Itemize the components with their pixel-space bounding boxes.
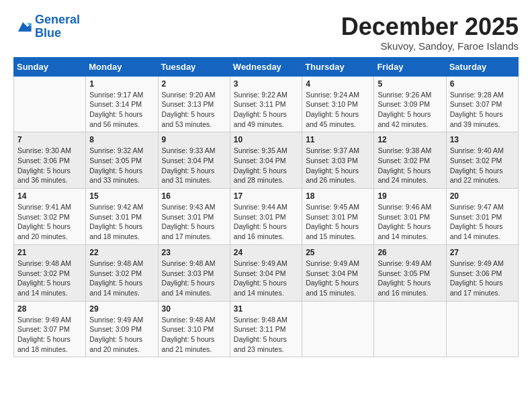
- day-info: Sunrise: 9:37 AMSunset: 3:03 PMDaylight:…: [306, 146, 370, 185]
- day-info: Sunrise: 9:35 AMSunset: 3:04 PMDaylight:…: [234, 146, 298, 185]
- logo: General Blue: [13, 13, 80, 40]
- day-number: 29: [89, 304, 154, 314]
- day-info: Sunrise: 9:49 AMSunset: 3:04 PMDaylight:…: [234, 259, 298, 298]
- calendar-cell: 5Sunrise: 9:26 AMSunset: 3:09 PMDaylight…: [374, 76, 446, 132]
- month-title: December 2025: [341, 13, 519, 40]
- day-info: Sunrise: 9:30 AMSunset: 3:06 PMDaylight:…: [17, 146, 82, 185]
- day-info: Sunrise: 9:49 AMSunset: 3:09 PMDaylight:…: [89, 315, 154, 355]
- day-info: Sunrise: 9:48 AMSunset: 3:02 PMDaylight:…: [17, 259, 82, 298]
- day-number: 21: [17, 248, 82, 257]
- day-number: 20: [450, 191, 515, 201]
- day-number: 31: [234, 304, 298, 314]
- day-number: 17: [234, 191, 298, 201]
- calendar-week-row: 7Sunrise: 9:30 AMSunset: 3:06 PMDaylight…: [14, 132, 519, 189]
- day-info: Sunrise: 9:46 AMSunset: 3:01 PMDaylight:…: [378, 202, 442, 242]
- day-info: Sunrise: 9:42 AMSunset: 3:01 PMDaylight:…: [89, 202, 154, 242]
- day-info: Sunrise: 9:17 AMSunset: 3:14 PMDaylight:…: [89, 90, 154, 130]
- day-info: Sunrise: 9:41 AMSunset: 3:02 PMDaylight:…: [17, 202, 82, 242]
- calendar-cell: 10Sunrise: 9:35 AMSunset: 3:04 PMDayligh…: [230, 132, 302, 189]
- calendar-table: SundayMondayTuesdayWednesdayThursdayFrid…: [13, 57, 519, 358]
- calendar-body: 1Sunrise: 9:17 AMSunset: 3:14 PMDaylight…: [14, 76, 519, 357]
- calendar-cell: 13Sunrise: 9:40 AMSunset: 3:02 PMDayligh…: [446, 132, 518, 189]
- day-info: Sunrise: 9:45 AMSunset: 3:01 PMDaylight:…: [306, 202, 370, 242]
- logo-line2: Blue: [35, 26, 61, 40]
- day-info: Sunrise: 9:48 AMSunset: 3:03 PMDaylight:…: [162, 259, 226, 298]
- calendar-cell: 22Sunrise: 9:48 AMSunset: 3:02 PMDayligh…: [86, 244, 158, 301]
- calendar-cell: 6Sunrise: 9:28 AMSunset: 3:07 PMDaylight…: [446, 76, 518, 132]
- day-number: 7: [17, 135, 82, 144]
- day-info: Sunrise: 9:38 AMSunset: 3:02 PMDaylight:…: [378, 146, 442, 185]
- weekday-header: Wednesday: [230, 57, 302, 76]
- day-number: 10: [234, 135, 298, 144]
- calendar-week-row: 28Sunrise: 9:49 AMSunset: 3:07 PMDayligh…: [14, 301, 519, 357]
- weekday-header: Tuesday: [158, 57, 230, 76]
- calendar-cell: 12Sunrise: 9:38 AMSunset: 3:02 PMDayligh…: [374, 132, 446, 189]
- calendar-cell: 24Sunrise: 9:49 AMSunset: 3:04 PMDayligh…: [230, 244, 302, 301]
- day-number: 2: [162, 79, 226, 89]
- day-number: 16: [162, 191, 226, 201]
- day-number: 4: [306, 79, 370, 89]
- calendar-cell: 19Sunrise: 9:46 AMSunset: 3:01 PMDayligh…: [374, 189, 446, 245]
- calendar-cell: 30Sunrise: 9:48 AMSunset: 3:10 PMDayligh…: [158, 301, 230, 357]
- day-info: Sunrise: 9:48 AMSunset: 3:02 PMDaylight:…: [89, 259, 154, 298]
- logo-line1: General: [35, 13, 80, 26]
- calendar-cell: 25Sunrise: 9:49 AMSunset: 3:04 PMDayligh…: [302, 244, 374, 301]
- calendar-cell: 2Sunrise: 9:20 AMSunset: 3:13 PMDaylight…: [158, 76, 230, 132]
- page-header: General Blue December 2025 Skuvoy, Sando…: [13, 13, 519, 52]
- calendar-cell: 7Sunrise: 9:30 AMSunset: 3:06 PMDaylight…: [14, 132, 86, 189]
- day-number: 19: [378, 191, 442, 201]
- weekday-header: Saturday: [446, 57, 518, 76]
- day-info: Sunrise: 9:26 AMSunset: 3:09 PMDaylight:…: [378, 90, 442, 130]
- weekday-header: Monday: [86, 57, 158, 76]
- day-number: 1: [89, 79, 154, 89]
- calendar-week-row: 14Sunrise: 9:41 AMSunset: 3:02 PMDayligh…: [14, 189, 519, 245]
- calendar-cell: 8Sunrise: 9:32 AMSunset: 3:05 PMDaylight…: [86, 132, 158, 189]
- day-number: 26: [378, 248, 442, 257]
- calendar-cell: 26Sunrise: 9:49 AMSunset: 3:05 PMDayligh…: [374, 244, 446, 301]
- day-info: Sunrise: 9:49 AMSunset: 3:07 PMDaylight:…: [17, 315, 82, 355]
- day-number: 12: [378, 135, 442, 144]
- day-number: 30: [162, 304, 226, 314]
- calendar-cell: 23Sunrise: 9:48 AMSunset: 3:03 PMDayligh…: [158, 244, 230, 301]
- calendar-cell: [374, 301, 446, 357]
- logo-icon: [13, 17, 32, 36]
- day-info: Sunrise: 9:40 AMSunset: 3:02 PMDaylight:…: [450, 146, 515, 185]
- calendar-cell: [446, 301, 518, 357]
- calendar-week-row: 1Sunrise: 9:17 AMSunset: 3:14 PMDaylight…: [14, 76, 519, 132]
- day-number: 5: [378, 79, 442, 89]
- calendar-cell: 27Sunrise: 9:49 AMSunset: 3:06 PMDayligh…: [446, 244, 518, 301]
- day-info: Sunrise: 9:24 AMSunset: 3:10 PMDaylight:…: [306, 90, 370, 130]
- calendar-cell: 16Sunrise: 9:43 AMSunset: 3:01 PMDayligh…: [158, 189, 230, 245]
- day-number: 3: [234, 79, 298, 89]
- day-info: Sunrise: 9:49 AMSunset: 3:05 PMDaylight:…: [378, 259, 442, 298]
- calendar-cell: 29Sunrise: 9:49 AMSunset: 3:09 PMDayligh…: [86, 301, 158, 357]
- calendar-cell: 14Sunrise: 9:41 AMSunset: 3:02 PMDayligh…: [14, 189, 86, 245]
- day-info: Sunrise: 9:49 AMSunset: 3:06 PMDaylight:…: [450, 259, 515, 298]
- calendar-cell: 20Sunrise: 9:47 AMSunset: 3:01 PMDayligh…: [446, 189, 518, 245]
- day-info: Sunrise: 9:47 AMSunset: 3:01 PMDaylight:…: [450, 202, 515, 242]
- day-number: 15: [89, 191, 154, 201]
- weekday-header: Friday: [374, 57, 446, 76]
- calendar-cell: 31Sunrise: 9:48 AMSunset: 3:11 PMDayligh…: [230, 301, 302, 357]
- day-number: 14: [17, 191, 82, 201]
- day-number: 23: [162, 248, 226, 257]
- calendar-cell: 3Sunrise: 9:22 AMSunset: 3:11 PMDaylight…: [230, 76, 302, 132]
- day-number: 9: [162, 135, 226, 144]
- day-number: 8: [89, 135, 154, 144]
- day-info: Sunrise: 9:22 AMSunset: 3:11 PMDaylight:…: [234, 90, 298, 130]
- calendar-cell: 17Sunrise: 9:44 AMSunset: 3:01 PMDayligh…: [230, 189, 302, 245]
- calendar-cell: [14, 76, 86, 132]
- day-number: 22: [89, 248, 154, 257]
- weekday-header: Sunday: [14, 57, 86, 76]
- day-info: Sunrise: 9:49 AMSunset: 3:04 PMDaylight:…: [306, 259, 370, 298]
- day-info: Sunrise: 9:33 AMSunset: 3:04 PMDaylight:…: [162, 146, 226, 185]
- calendar-week-row: 21Sunrise: 9:48 AMSunset: 3:02 PMDayligh…: [14, 244, 519, 301]
- title-section: December 2025 Skuvoy, Sandoy, Faroe Isla…: [341, 13, 519, 52]
- day-info: Sunrise: 9:28 AMSunset: 3:07 PMDaylight:…: [450, 90, 515, 130]
- day-number: 24: [234, 248, 298, 257]
- day-number: 28: [17, 304, 82, 314]
- weekday-header: Thursday: [302, 57, 374, 76]
- day-info: Sunrise: 9:44 AMSunset: 3:01 PMDaylight:…: [234, 202, 298, 242]
- calendar-cell: 9Sunrise: 9:33 AMSunset: 3:04 PMDaylight…: [158, 132, 230, 189]
- day-info: Sunrise: 9:32 AMSunset: 3:05 PMDaylight:…: [89, 146, 154, 185]
